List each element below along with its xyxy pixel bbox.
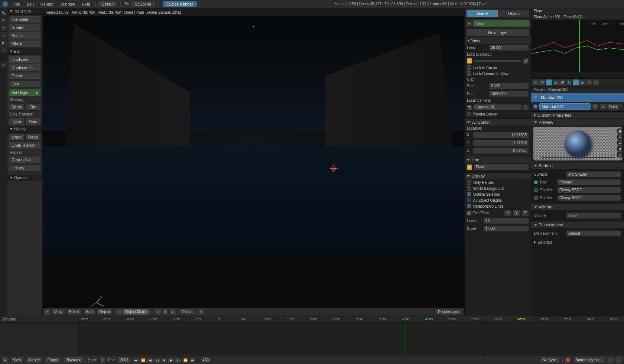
blender-logo[interactable]: 🔵 [2, 1, 8, 7]
edit-section-title[interactable]: Edit [7, 48, 42, 55]
grid-floor-checkbox[interactable]: ✓ [467, 211, 471, 215]
jump-start-btn[interactable]: ⏮ [133, 357, 139, 363]
mat-data-btn[interactable]: Data [607, 104, 619, 110]
render-layer-btn[interactable]: RenderLayer [435, 309, 463, 315]
grid-x-btn[interactable]: X [504, 210, 512, 216]
menu-render[interactable]: Render [38, 1, 57, 7]
preview-header[interactable]: Preview [531, 118, 624, 126]
material-name-input[interactable]: Material.001 [539, 103, 591, 110]
preview-monkey-btn[interactable]: ⚉ [617, 146, 623, 152]
shader2-radio[interactable] [534, 196, 538, 200]
workspace-tab[interactable]: Default [98, 1, 118, 7]
lock-cursor-checkbox[interactable] [467, 65, 471, 70]
world-bg-row[interactable]: World Background [465, 185, 531, 191]
displacement-header[interactable]: Displacement [531, 221, 624, 228]
prev-keyframe-btn[interactable]: ⏪ [140, 357, 146, 363]
rel-lines-checkbox[interactable]: ✓ [467, 204, 471, 208]
scene-props-icon[interactable]: 🎬 [539, 79, 545, 85]
shading-smooth-btn[interactable]: Smoo [9, 103, 25, 111]
start-frame-input[interactable]: 1 [99, 357, 106, 363]
play-btn[interactable]: ▶ [168, 357, 175, 363]
surface-type-value[interactable]: Mix Shader ▾ [566, 171, 621, 178]
render-engine-selector[interactable]: Cycles Render [163, 1, 197, 7]
clip-start-value[interactable]: 0.100 [489, 83, 529, 89]
preview-hair-btn[interactable]: ≡ [617, 152, 623, 157]
shader1-radio[interactable] [534, 188, 538, 192]
keying-icon[interactable]: 🔴 [565, 357, 571, 363]
menu-help[interactable]: Help [79, 1, 93, 7]
icon-relations[interactable]: ↔ [0, 32, 7, 39]
texture-icon[interactable]: ▣ [579, 79, 585, 85]
mirror-btn[interactable]: Mirror [9, 40, 41, 48]
preview-cube-btn[interactable]: ■ [617, 134, 623, 140]
world-icon[interactable]: 🌐 [546, 79, 552, 85]
set-origin-btn[interactable]: Set Origin ▸ [9, 89, 41, 96]
material-list-item[interactable]: Material.001 [531, 93, 624, 102]
playback-menu[interactable]: Playback [63, 357, 84, 363]
physics-icon[interactable]: ⚛ [593, 79, 599, 85]
mat-f-btn[interactable]: F [592, 104, 599, 110]
transform-section-title[interactable]: Transform [7, 8, 42, 15]
display-section-title[interactable]: Display ··· [465, 173, 531, 179]
proportional-icon[interactable]: ⊗ [198, 309, 204, 315]
render-border-checkbox-row[interactable]: Render Border [465, 111, 531, 117]
lines-value[interactable]: 16 [483, 218, 529, 224]
playback-icon[interactable]: ▶ [2, 357, 8, 363]
frame-menu[interactable]: Frame [45, 357, 61, 363]
scene-tab[interactable]: ScScene [131, 1, 155, 7]
button-keying-btn[interactable]: Button Keying ... [573, 357, 605, 363]
mode-btn[interactable]: Object Mode [123, 309, 149, 315]
vp-select-menu[interactable]: Select [66, 309, 82, 315]
prev-frame-btn[interactable]: ◀ [147, 357, 153, 363]
grid-y-btn[interactable]: Y [513, 210, 520, 216]
menu-edit[interactable]: Edit [24, 1, 37, 7]
repeat-last-btn[interactable]: Repeat Last [9, 156, 41, 163]
lock-object-link-btn[interactable]: 🔗 [523, 58, 529, 64]
keying-remove-icon[interactable]: - [616, 357, 622, 363]
rotate-btn[interactable]: Rotate [9, 24, 41, 31]
render-icon[interactable]: 📷 [533, 79, 539, 85]
timeline-main[interactable]: -300 -250 -200 -150 -100 -50 0 50 100 15… [76, 316, 624, 356]
particles-icon[interactable]: ✦ [586, 79, 592, 85]
lock-camera-checkbox[interactable] [467, 71, 471, 76]
marker-menu[interactable]: Marker [26, 357, 43, 363]
lens-value[interactable]: 35.000 [489, 45, 529, 51]
shader1-value[interactable]: Glossy BSDF ▾ [557, 187, 621, 193]
translate-btn[interactable]: Translate [9, 16, 41, 23]
menu-file[interactable]: File [10, 1, 23, 7]
only-render-checkbox[interactable] [467, 180, 471, 185]
item-name-field[interactable]: Plane [474, 164, 529, 170]
preview-sphere-btn[interactable]: ⬤ [617, 129, 623, 134]
scale-value[interactable]: 1.000 [483, 225, 529, 232]
pivot-icon[interactable]: ⊙ [155, 309, 161, 315]
new-layer-btn[interactable]: New Layer [466, 29, 530, 36]
join-btn[interactable]: Join [9, 80, 41, 88]
redo-btn[interactable]: Redo [25, 133, 41, 141]
only-render-row[interactable]: Only Render [465, 179, 531, 185]
duplicate-linked-btn[interactable]: Duplicate L... [9, 64, 41, 71]
fac-radio[interactable] [534, 181, 538, 184]
undo-history-btn[interactable]: Undo History [9, 142, 41, 149]
cursor-z-value[interactable]: -0.27057 [473, 147, 529, 154]
global-btn[interactable]: Global [179, 309, 195, 315]
lock-cursor-checkbox-row[interactable]: Lock to Cursor [465, 65, 531, 71]
next-keyframe-btn[interactable]: ⏩ [182, 357, 189, 363]
stop-btn[interactable]: ■ [161, 357, 168, 363]
menu-window[interactable]: Window [58, 1, 78, 7]
cursor-y-value[interactable]: -1.47106 [473, 140, 529, 146]
fac-value[interactable]: Fresnel ▾ [557, 179, 621, 185]
all-origins-row[interactable]: All Object Origins [465, 197, 531, 203]
scale-btn[interactable]: Scale [9, 32, 41, 39]
constraints-icon[interactable]: 🔗 [559, 79, 565, 85]
render-border-checkbox[interactable] [467, 112, 471, 116]
rel-lines-row[interactable]: ✓ Relationship Lines [465, 203, 531, 209]
delete-btn[interactable]: Delete [9, 72, 41, 79]
data-btn-2[interactable]: Data [25, 118, 41, 125]
camera-field[interactable]: Camera.001 [473, 104, 522, 110]
lock-camera-checkbox-row[interactable]: Lock Camera to View [465, 71, 531, 77]
volume-header[interactable]: Volume [531, 203, 624, 210]
layers-icon[interactable]: ▦ [162, 309, 168, 315]
settings-section[interactable]: Settings [531, 239, 624, 246]
shader2-value[interactable]: Glossy BSDF ▾ [557, 195, 621, 201]
jump-end-btn[interactable]: ⏭ [189, 357, 196, 363]
